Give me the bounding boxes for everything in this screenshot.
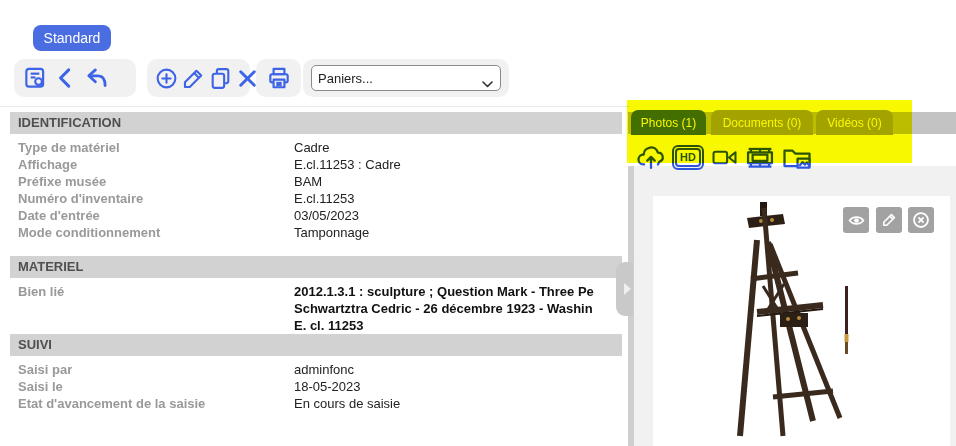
suivi-fields: Saisi par adminfonc Saisi le 18-05-2023 … xyxy=(10,356,622,412)
field-label: Affichage xyxy=(18,156,294,173)
record-detail-panel: IDENTIFICATION Type de matériel Cadre Af… xyxy=(10,112,622,412)
undo-icon[interactable] xyxy=(83,65,110,92)
paintbrush xyxy=(845,286,849,354)
field-row: Etat d'avancement de la saisie En cours … xyxy=(18,395,622,412)
toolbar-print-group xyxy=(256,59,301,97)
field-value: adminfonc xyxy=(294,361,622,378)
field-label: Saisi le xyxy=(18,378,294,395)
section-header-identification: IDENTIFICATION xyxy=(10,112,622,134)
photo-easel-image xyxy=(667,198,877,446)
field-value: E.cl.11253 : Cadre xyxy=(294,156,622,173)
field-row: Date d'entrée 03/05/2023 xyxy=(18,207,622,224)
linked-item-line: E. cl. 11253 xyxy=(294,317,624,334)
linked-item-line: Schwartztra Cedric - 26 décembre 1923 - … xyxy=(294,300,624,317)
field-value: E.cl.11253 xyxy=(294,190,622,207)
field-row: Préfixe musée BAM xyxy=(18,173,622,190)
tab-documents[interactable]: Documents (0) xyxy=(711,110,813,135)
field-row: Bien lié 2012.1.3.1 : sculpture ; Questi… xyxy=(18,283,622,334)
back-icon[interactable] xyxy=(52,65,79,92)
record-list-icon[interactable] xyxy=(21,65,48,92)
field-label: Etat d'avancement de la saisie xyxy=(18,395,294,412)
basket-dropdown-container: Paniers... xyxy=(303,59,509,97)
folder-image-icon[interactable] xyxy=(781,145,813,170)
field-label: Numéro d'inventaire xyxy=(18,190,294,207)
add-icon[interactable] xyxy=(154,65,179,92)
photo-card[interactable] xyxy=(653,196,950,446)
view-tab-standard[interactable]: Standard xyxy=(33,25,111,51)
video-camera-icon[interactable] xyxy=(710,146,739,169)
basket-dropdown[interactable]: Paniers... xyxy=(311,65,501,91)
section-header-suivi: SUIVI xyxy=(10,334,622,356)
field-label: Type de matériel xyxy=(18,139,294,156)
field-row: Mode conditionnement Tamponnage xyxy=(18,224,622,241)
linked-item-line: 2012.1.3.1 : sculpture ; Question Mark -… xyxy=(294,283,624,300)
panel-expand-handle[interactable] xyxy=(616,262,633,316)
toolbar-navigation-group xyxy=(14,59,136,97)
field-label: Saisi par xyxy=(18,361,294,378)
field-value: 18-05-2023 xyxy=(294,378,622,395)
hd-label: HD xyxy=(675,148,701,167)
upload-cloud-icon[interactable] xyxy=(636,144,666,171)
identification-fields: Type de matériel Cadre Affichage E.cl.11… xyxy=(10,134,622,241)
field-value: BAM xyxy=(294,173,622,190)
film-frame-icon[interactable] xyxy=(745,145,775,170)
tab-photos[interactable]: Photos (1) xyxy=(631,110,706,135)
field-value: 03/05/2023 xyxy=(294,207,622,224)
field-value: En cours de saisie xyxy=(294,395,622,412)
copy-icon[interactable] xyxy=(208,65,233,92)
field-label: Bien lié xyxy=(18,283,294,334)
screenshot-root: { "view_tab": { "label": "Standard" }, "… xyxy=(0,0,956,446)
hd-selected-outline: HD xyxy=(672,145,704,170)
materiel-fields: Bien lié 2012.1.3.1 : sculpture ; Questi… xyxy=(10,278,622,334)
field-row: Affichage E.cl.11253 : Cadre xyxy=(18,156,622,173)
edit-icon[interactable] xyxy=(181,65,206,92)
remove-photo-button[interactable] xyxy=(908,207,934,233)
print-icon[interactable] xyxy=(265,65,292,92)
linked-item-value: 2012.1.3.1 : sculpture ; Question Mark -… xyxy=(294,283,624,334)
field-row: Saisi par adminfonc xyxy=(18,361,622,378)
media-toolbar: HD xyxy=(636,143,813,172)
edit-photo-button[interactable] xyxy=(876,207,902,233)
field-row: Type de matériel Cadre xyxy=(18,139,622,156)
view-photo-button[interactable] xyxy=(843,207,869,233)
field-label: Date d'entrée xyxy=(18,207,294,224)
content-top-divider xyxy=(0,106,630,107)
chevron-right-icon xyxy=(624,283,631,295)
field-value: Tamponnage xyxy=(294,224,622,241)
field-label: Préfixe musée xyxy=(18,173,294,190)
field-label: Mode conditionnement xyxy=(18,224,294,241)
section-header-materiel: MATERIEL xyxy=(10,256,622,278)
tab-videos[interactable]: Vidéos (0) xyxy=(816,110,893,135)
field-value: Cadre xyxy=(294,139,622,156)
field-row: Saisi le 18-05-2023 xyxy=(18,378,622,395)
toolbar-edit-group xyxy=(147,59,250,97)
field-row: Numéro d'inventaire E.cl.11253 xyxy=(18,190,622,207)
hd-quality-icon[interactable]: HD xyxy=(672,145,704,170)
